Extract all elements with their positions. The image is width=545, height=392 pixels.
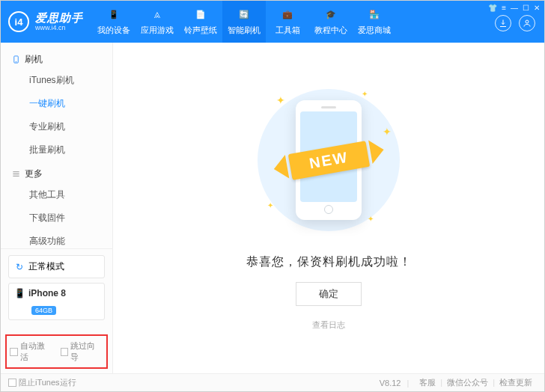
main-content: ✦ ✦ ✦ ✦ ✦ NEW 恭喜您，保资料刷机成功啦！ 确定 查看日志 (113, 43, 544, 373)
device-card[interactable]: 📱 iPhone 8 64GB (8, 283, 105, 320)
nav-store[interactable]: 🏪爱思商城 (353, 1, 396, 43)
flash-options-highlighted: 自动激活 跳过向导 (5, 334, 108, 369)
tutorial-icon: 🎓 (324, 8, 338, 22)
footer-link[interactable]: 检查更新 (499, 378, 532, 387)
svg-point-0 (526, 20, 529, 23)
minimize-icon[interactable]: — (511, 4, 518, 12)
success-illustration: ✦ ✦ ✦ ✦ ✦ NEW (254, 85, 404, 235)
success-message: 恭喜您，保资料刷机成功啦！ (246, 254, 412, 270)
nav-ringtone[interactable]: 📄铃声壁纸 (179, 1, 222, 43)
window-controls: 👕 ≡ — ☐ ✕ (484, 1, 544, 15)
nav-flash[interactable]: 🔄智能刷机 (222, 1, 266, 43)
view-log-link[interactable]: 查看日志 (312, 319, 345, 331)
status-bar: 阻止iTunes运行 V8.12 | 客服|微信公众号|检查更新 (1, 373, 544, 391)
footer-link[interactable]: 微信公众号 (447, 378, 488, 387)
app-logo: i4 爱思助手 www.i4.cn (1, 1, 92, 43)
sidebar: 刷机iTunes刷机一键刷机专业刷机批量刷机更多其他工具下载固件高级功能 ↻ 正… (1, 43, 113, 373)
sidebar-item[interactable]: 其他工具 (1, 183, 112, 206)
mode-card[interactable]: ↻ 正常模式 (8, 255, 105, 278)
device-name: iPhone 8 (28, 288, 66, 298)
phone-outline-icon (11, 55, 20, 64)
nav-apps[interactable]: ⩓应用游戏 (136, 1, 179, 43)
nav-tools[interactable]: 💼工具箱 (266, 1, 309, 43)
sidebar-item[interactable]: 批量刷机 (1, 138, 112, 162)
close-icon[interactable]: ✕ (534, 4, 540, 12)
download-button[interactable] (495, 15, 511, 31)
sidebar-item[interactable]: 专业刷机 (1, 115, 112, 138)
hamburger-icon (11, 170, 20, 179)
menu-icon[interactable]: ≡ (502, 4, 506, 12)
nav-tutorial[interactable]: 🎓教程中心 (309, 1, 353, 43)
app-header: i4 爱思助手 www.i4.cn 📱我的设备⩓应用游戏📄铃声壁纸🔄智能刷机💼工… (1, 1, 544, 43)
auto-activate-checkbox[interactable]: 自动激活 (10, 340, 53, 363)
confirm-button[interactable]: 确定 (296, 282, 362, 306)
app-title: 爱思助手 (35, 12, 83, 23)
apps-icon: ⩓ (150, 8, 164, 22)
phone-icon: 📱 (15, 289, 24, 298)
sidebar-item[interactable]: 一键刷机 (1, 92, 112, 115)
sidebar-item[interactable]: 下载固件 (1, 206, 112, 230)
nav-device[interactable]: 📱我的设备 (92, 1, 136, 43)
sidebar-item[interactable]: 高级功能 (1, 230, 112, 248)
storage-badge: 64GB (31, 306, 56, 315)
refresh-icon: ↻ (15, 263, 24, 272)
block-itunes-checkbox[interactable]: 阻止iTunes运行 (8, 377, 76, 388)
user-button[interactable] (519, 15, 535, 31)
skip-guide-checkbox[interactable]: 跳过向导 (61, 340, 104, 363)
flash-icon: 🔄 (237, 8, 251, 22)
ringtone-icon: 📄 (194, 8, 207, 22)
store-icon: 🏪 (368, 8, 381, 22)
sidebar-item[interactable]: iTunes刷机 (1, 69, 112, 92)
footer-link[interactable]: 客服 (419, 378, 436, 387)
sidebar-group: 刷机 (1, 47, 112, 69)
tools-icon: 💼 (281, 8, 294, 22)
version-label: V8.12 (380, 379, 401, 388)
app-url: www.i4.cn (35, 25, 83, 31)
skin-icon[interactable]: 👕 (488, 4, 497, 12)
mode-label: 正常模式 (28, 260, 64, 273)
device-icon: 📱 (107, 8, 121, 22)
logo-icon: i4 (8, 11, 29, 32)
maximize-icon[interactable]: ☐ (523, 4, 529, 12)
sidebar-group: 更多 (1, 162, 112, 183)
top-nav: 📱我的设备⩓应用游戏📄铃声壁纸🔄智能刷机💼工具箱🎓教程中心🏪爱思商城 (92, 1, 484, 43)
